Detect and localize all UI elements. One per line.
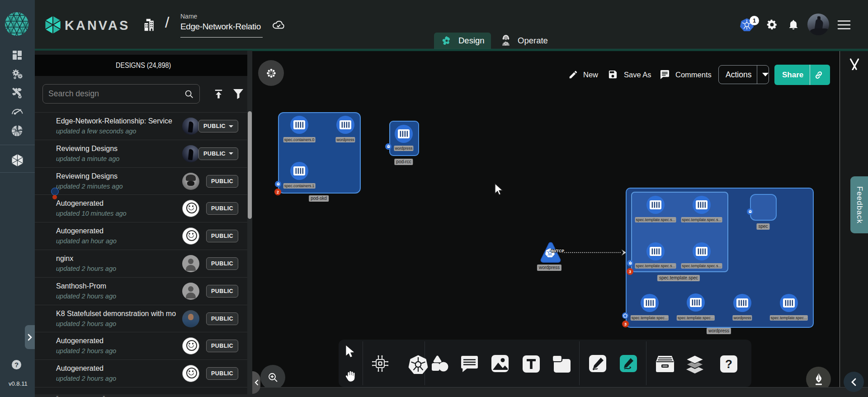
svg-text:?: ? — [725, 357, 732, 371]
